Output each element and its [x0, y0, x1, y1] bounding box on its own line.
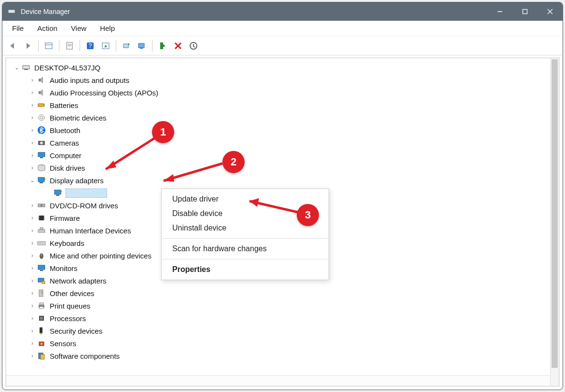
svg-rect-23 [39, 79, 41, 81]
chevron-right-icon[interactable]: › [28, 352, 36, 359]
back-button[interactable] [5, 39, 20, 53]
svg-rect-17 [138, 43, 144, 48]
chevron-right-icon[interactable]: › [28, 327, 36, 334]
tree-category[interactable]: ›Computer [8, 149, 559, 162]
tree-category[interactable]: ›Security devices [8, 324, 559, 337]
chevron-right-icon[interactable]: › [28, 340, 36, 347]
menu-file[interactable]: File [6, 22, 29, 34]
tree-category[interactable]: ›Cameras [8, 136, 559, 149]
action-button[interactable] [98, 39, 113, 53]
show-hidden-button[interactable] [41, 39, 56, 53]
minimize-button[interactable] [487, 2, 512, 21]
security-icon [36, 326, 47, 336]
svg-rect-21 [23, 66, 29, 69]
tree-category-label: Software components [50, 352, 120, 360]
tree-category[interactable]: ⌄Display adapters [8, 174, 559, 187]
disable-device-button[interactable] [171, 39, 185, 53]
chevron-right-icon[interactable]: › [28, 202, 36, 209]
tree-category-label: Audio inputs and outputs [50, 76, 129, 84]
update-driver-tb-button[interactable] [135, 39, 149, 53]
chevron-right-icon[interactable]: › [28, 277, 36, 284]
chevron-right-icon[interactable]: › [28, 102, 36, 108]
menu-view[interactable]: View [65, 22, 92, 34]
menu-help[interactable]: Help [94, 22, 121, 34]
help-button[interactable]: ? [83, 39, 97, 53]
hid-icon [36, 226, 47, 235]
annotation-badge-3: 3 [297, 204, 319, 226]
chevron-right-icon[interactable]: › [28, 252, 36, 259]
disk-icon [36, 163, 47, 173]
chevron-down-icon[interactable]: ⌄ [28, 177, 36, 184]
svg-rect-68 [40, 327, 42, 333]
tree-category[interactable]: ›Software components [8, 350, 559, 362]
svg-point-51 [39, 243, 40, 243]
menu-action[interactable]: Action [31, 22, 63, 34]
chevron-right-icon[interactable]: › [28, 215, 36, 221]
chevron-right-icon[interactable]: › [28, 290, 36, 297]
ctx-properties[interactable]: Properties [162, 262, 329, 277]
tree-category[interactable]: ›Batteries [8, 99, 559, 111]
chevron-right-icon[interactable]: › [28, 227, 36, 234]
chevron-right-icon[interactable]: › [28, 265, 36, 271]
tree-category-label: Mice and other pointing devices [50, 252, 152, 260]
scrollbar-thumb[interactable] [551, 59, 558, 368]
toolbar-sep [59, 40, 59, 52]
tree-category-label: Computer [50, 151, 82, 160]
svg-point-53 [41, 243, 42, 243]
svg-rect-1 [10, 13, 14, 14]
optical-drive-icon [36, 201, 47, 210]
chevron-right-icon[interactable]: › [28, 127, 36, 134]
chevron-right-icon[interactable]: › [28, 302, 36, 309]
tree-category[interactable]: ›Biometric devices [8, 111, 559, 124]
scan-hardware-button[interactable] [119, 39, 134, 53]
chevron-right-icon[interactable]: › [28, 164, 36, 171]
chevron-right-icon[interactable]: › [28, 89, 36, 96]
svg-point-27 [39, 115, 44, 121]
svg-text:?: ? [40, 291, 43, 296]
svg-rect-22 [24, 69, 28, 70]
svg-point-42 [41, 204, 42, 206]
svg-rect-60 [42, 281, 45, 284]
unknown-device-icon: ? [36, 288, 47, 298]
camera-icon [36, 138, 47, 148]
svg-point-2 [9, 8, 10, 9]
chevron-right-icon[interactable]: › [28, 139, 36, 146]
tree-category-label: Other devices [50, 289, 95, 297]
svg-point-54 [43, 243, 44, 243]
bluetooth-icon [36, 125, 47, 135]
ctx-scan-hardware[interactable]: Scan for hardware changes [162, 242, 329, 256]
chevron-right-icon[interactable]: › [28, 240, 36, 246]
speaker-icon [36, 75, 47, 85]
tree-category[interactable]: ›Disk drives [8, 162, 559, 174]
chevron-right-icon[interactable]: › [28, 77, 36, 83]
chevron-right-icon[interactable]: › [28, 152, 36, 159]
svg-rect-26 [44, 105, 45, 106]
toolbar: ? [2, 36, 563, 55]
close-button[interactable] [537, 2, 563, 21]
tree-category[interactable]: ›Audio inputs and outputs [8, 74, 559, 86]
tree-category[interactable]: ›Sensors [8, 337, 559, 350]
tree-category-label: Biometric devices [50, 114, 107, 122]
tree-category[interactable]: ›Audio Processing Objects (APOs) [8, 86, 559, 99]
forward-button[interactable] [21, 39, 35, 53]
svg-rect-64 [40, 303, 43, 305]
tree-category[interactable]: ›Processors [8, 312, 559, 324]
uninstall-device-button[interactable] [186, 39, 201, 53]
tree-device-label [66, 189, 107, 197]
chevron-down-icon[interactable]: ⌄ [13, 64, 21, 71]
maximize-button[interactable] [512, 2, 537, 21]
vertical-scrollbar[interactable] [550, 58, 559, 386]
enable-device-button[interactable] [155, 39, 170, 53]
properties-button[interactable] [62, 39, 77, 53]
tree-category[interactable]: ›Bluetooth [8, 124, 559, 136]
device-manager-window: Device Manager File Action View Help ? [2, 2, 563, 390]
tree-category-label: Display adapters [50, 176, 104, 185]
tree-category[interactable]: ›Print queues [8, 299, 559, 312]
annotation-arrow-2 [155, 158, 227, 187]
tree-root[interactable]: ⌄ DESKTOP-4L537JQ [8, 61, 559, 74]
chevron-right-icon[interactable]: › [28, 114, 36, 121]
tree-category[interactable]: ›?Other devices [8, 287, 559, 299]
battery-icon [36, 100, 47, 110]
chevron-right-icon[interactable]: › [28, 315, 36, 322]
annotation-badge-1: 1 [152, 121, 174, 143]
